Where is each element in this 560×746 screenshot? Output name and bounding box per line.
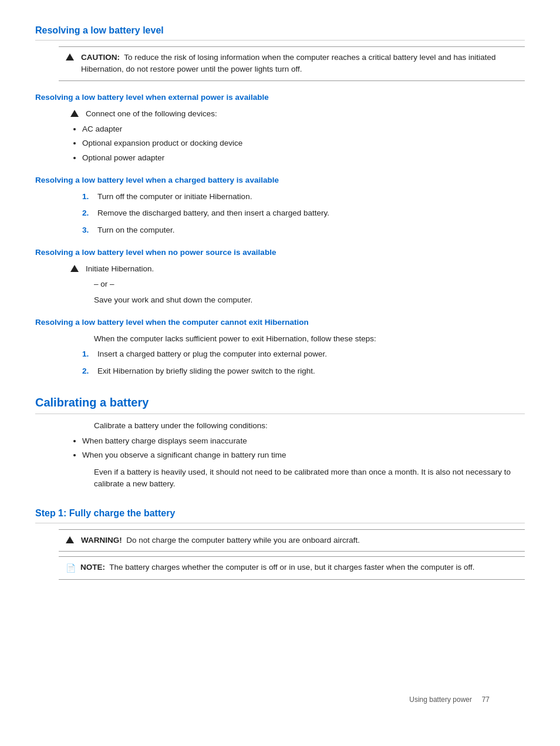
calibrating-closing: Even if a battery is heavily used, it sh…	[94, 466, 525, 490]
note-icon: 📄	[66, 562, 76, 574]
external-power-heading: Resolving a low battery level when exter…	[35, 92, 525, 103]
warning-triangle-icon	[66, 536, 74, 543]
list-item: When battery charge displays seem inaccu…	[82, 435, 525, 447]
charged-battery-steps: 1. Turn off the computer or initiate Hib…	[82, 191, 525, 236]
cannot-exit-heading: Resolving a low battery level when the c…	[35, 317, 525, 328]
list-item: Optional expansion product or docking de…	[82, 137, 525, 149]
list-item: 1. Insert a charged battery or plug the …	[82, 348, 525, 360]
no-power-triangle-icon	[70, 265, 79, 272]
footer-text: Using battery power	[409, 695, 472, 704]
page-container: Resolving a low battery level CAUTION: T…	[35, 23, 525, 728]
list-item: 2. Remove the discharged battery, and th…	[82, 207, 525, 219]
or-text: – or –	[94, 278, 525, 290]
note-label: NOTE:	[80, 563, 105, 572]
note-text: NOTE: The battery charges whether the co…	[80, 562, 475, 573]
calibrating-battery-heading: Calibrating a battery	[35, 394, 525, 414]
warning-body: Do not charge the computer battery while…	[126, 536, 360, 545]
no-power-triangle-item: Initiate Hibernation.	[70, 263, 525, 275]
warning-text: WARNING! Do not charge the computer batt…	[81, 535, 360, 546]
caution-triangle-icon	[66, 53, 74, 61]
page-number: 77	[482, 695, 490, 704]
list-item: AC adapter	[82, 123, 525, 135]
caution-text: CAUTION: To reduce the risk of losing in…	[81, 52, 518, 76]
cannot-exit-intro: When the computer lacks sufficient power…	[94, 333, 525, 345]
no-power-heading: Resolving a low battery level when no po…	[35, 247, 525, 258]
calibrating-intro: Calibrate a battery under the following …	[94, 420, 525, 432]
calibrating-bullets: When battery charge displays seem inaccu…	[82, 435, 525, 462]
no-power-initiate-text: Initiate Hibernation.	[86, 263, 525, 275]
alt-text: Save your work and shut down the compute…	[94, 294, 525, 306]
caution-box: CAUTION: To reduce the risk of losing in…	[59, 46, 525, 81]
list-item: 2. Exit Hibernation by briefly sliding t…	[82, 365, 525, 377]
list-item: 3. Turn on the computer.	[82, 224, 525, 236]
resolving-low-battery-heading: Resolving a low battery level	[35, 23, 525, 41]
note-box: 📄 NOTE: The battery charges whether the …	[59, 556, 525, 580]
external-power-triangle-icon	[70, 110, 79, 117]
charged-battery-heading: Resolving a low battery level when a cha…	[35, 174, 525, 186]
list-item: Optional power adapter	[82, 152, 525, 164]
caution-label: CAUTION:	[81, 53, 120, 62]
warning-box: WARNING! Do not charge the computer batt…	[59, 529, 525, 552]
external-power-connect-text: Connect one of the following devices:	[86, 108, 525, 120]
warning-label: WARNING!	[81, 536, 122, 545]
external-power-bullets: AC adapter Optional expansion product or…	[82, 123, 525, 164]
caution-body: To reduce the risk of losing information…	[81, 53, 496, 73]
note-body: The battery charges whether the computer…	[109, 563, 474, 572]
footer: Using battery power 77	[409, 694, 490, 705]
list-item: 1. Turn off the computer or initiate Hib…	[82, 191, 525, 203]
list-item: When you observe a significant change in…	[82, 449, 525, 461]
cannot-exit-steps: 1. Insert a charged battery or plug the …	[82, 348, 525, 377]
step1-heading: Step 1: Fully charge the battery	[35, 506, 525, 523]
external-power-triangle-item: Connect one of the following devices:	[70, 108, 525, 120]
